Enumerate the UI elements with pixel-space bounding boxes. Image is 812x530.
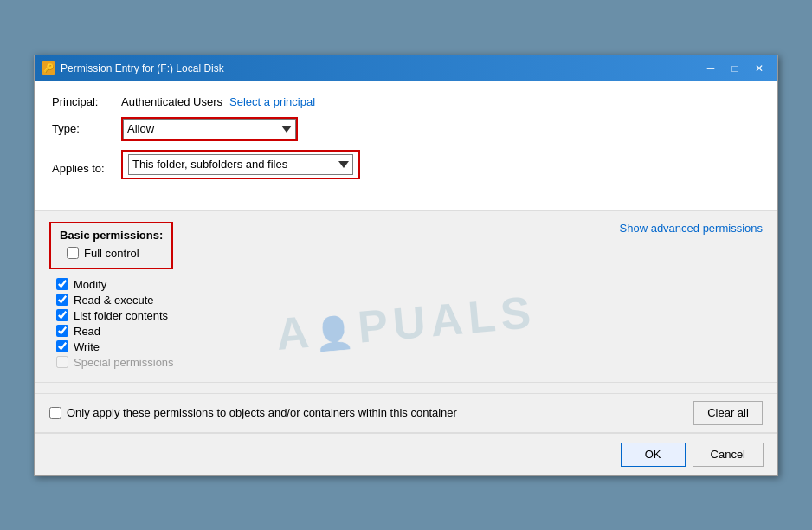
applies-to-row: Applies to: This folder, subfolders and …	[52, 150, 760, 188]
window-controls: ─ □ ✕	[699, 60, 770, 77]
perm-checkbox-write[interactable]	[56, 340, 68, 352]
perm-checkbox-full-control[interactable]	[67, 247, 79, 259]
applies-to-select[interactable]: This folder, subfolders and files This f…	[128, 154, 353, 175]
perm-item-special: Special permissions	[49, 356, 763, 369]
footer-buttons: OK Cancel	[35, 433, 777, 475]
applies-to-label: Applies to:	[52, 162, 121, 175]
perm-label-read: Read	[74, 325, 100, 338]
perm-item-read-execute: Read & execute	[49, 294, 763, 307]
perm-label-special: Special permissions	[74, 356, 174, 369]
show-advanced-link[interactable]: Show advanced permissions	[620, 222, 763, 235]
perm-label-read-execute: Read & execute	[74, 294, 154, 307]
bottom-left: Only apply these permissions to objects …	[49, 406, 457, 419]
cancel-button[interactable]: Cancel	[693, 443, 764, 467]
perm-checkbox-read-execute[interactable]	[56, 294, 68, 306]
perm-checkbox-read[interactable]	[56, 325, 68, 337]
basic-perms-box: Basic permissions: Full control	[49, 222, 173, 269]
close-button[interactable]: ✕	[748, 60, 770, 77]
perm-label-full-control: Full control	[84, 247, 139, 260]
type-select-wrapper: Allow Deny	[121, 117, 298, 141]
principal-row: Principal: Authenticated Users Select a …	[52, 95, 760, 108]
ok-button[interactable]: OK	[621, 443, 686, 467]
perm-checkbox-modify[interactable]	[56, 278, 68, 290]
type-label: Type:	[52, 122, 121, 135]
type-select[interactable]: Allow Deny	[123, 119, 296, 139]
title-bar: 🔑 Permission Entry for (F:) Local Disk ─…	[35, 55, 777, 81]
perm-item-list-folder: List folder contents	[49, 309, 763, 322]
clear-all-button[interactable]: Clear all	[693, 401, 763, 425]
perm-label-write: Write	[74, 340, 100, 353]
perm-item-write: Write	[49, 340, 763, 353]
principal-label: Principal:	[52, 95, 121, 108]
bottom-section: Only apply these permissions to objects …	[35, 393, 777, 433]
permissions-list: Modify Read & execute List folder conten…	[49, 278, 763, 369]
window-title: Permission Entry for (F:) Local Disk	[61, 62, 699, 74]
permissions-header: Basic permissions: Full control Show adv…	[49, 222, 763, 269]
principal-value: Authenticated Users	[121, 95, 222, 108]
applies-to-wrapper: This folder, subfolders and files This f…	[121, 150, 360, 179]
perm-label-modify: Modify	[74, 278, 106, 291]
basic-perms-title: Basic permissions:	[60, 229, 163, 242]
main-content: Principal: Authenticated Users Select a …	[35, 81, 777, 210]
perm-label-list-folder: List folder contents	[74, 309, 168, 322]
apply-only-label: Only apply these permissions to objects …	[67, 406, 457, 419]
window-icon: 🔑	[42, 61, 55, 75]
dialog-window: 🔑 Permission Entry for (F:) Local Disk ─…	[34, 55, 778, 476]
select-principal-link[interactable]: Select a principal	[229, 95, 315, 108]
perm-checkbox-special	[56, 356, 68, 368]
perm-item-modify: Modify	[49, 278, 763, 291]
apply-only-checkbox[interactable]	[49, 407, 61, 419]
permissions-section: Basic permissions: Full control Show adv…	[35, 210, 777, 383]
perm-item-full-control: Full control	[60, 247, 163, 260]
perm-checkbox-list-folder[interactable]	[56, 309, 68, 321]
type-row: Type: Allow Deny	[52, 117, 760, 141]
minimize-button[interactable]: ─	[699, 60, 722, 77]
restore-button[interactable]: □	[724, 60, 746, 77]
perm-item-read: Read	[49, 325, 763, 338]
